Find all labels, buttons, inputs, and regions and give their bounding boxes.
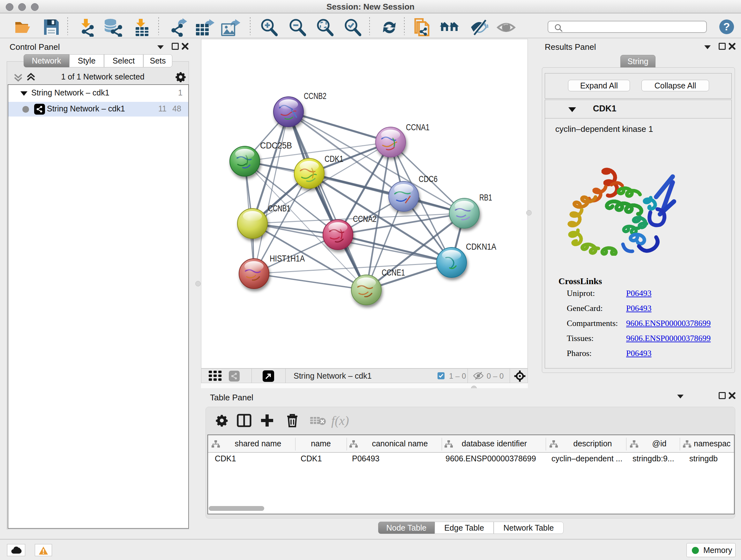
svg-text:RB1: RB1	[479, 193, 492, 202]
svg-text:CCNB2: CCNB2	[304, 91, 327, 101]
svg-text:CDC6: CDC6	[419, 174, 437, 184]
svg-text:CCNA1: CCNA1	[406, 123, 429, 132]
svg-text:HIST1H1A: HIST1H1A	[270, 254, 305, 263]
svg-text:CDC25B: CDC25B	[260, 141, 292, 150]
svg-text:CDK1: CDK1	[325, 154, 343, 164]
svg-text:CDKN1A: CDKN1A	[466, 242, 496, 252]
svg-text:CCNE1: CCNE1	[382, 268, 405, 277]
svg-text:CCNB1: CCNB1	[268, 204, 290, 213]
svg-text:?: ?	[724, 20, 730, 33]
svg-text:CCNA2: CCNA2	[353, 214, 377, 224]
